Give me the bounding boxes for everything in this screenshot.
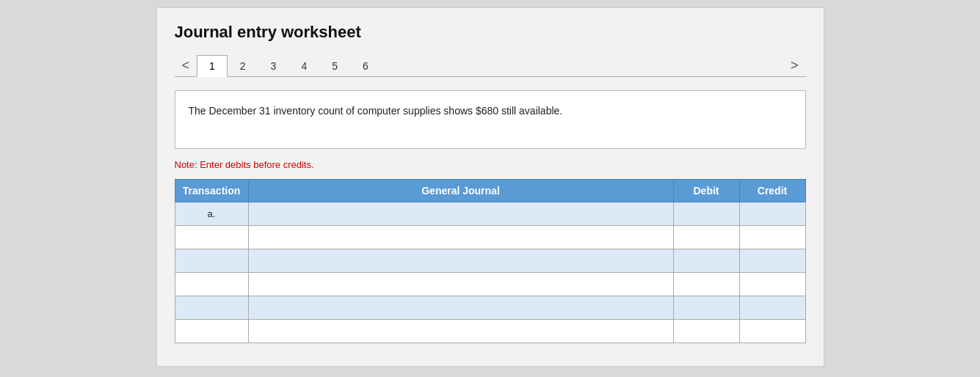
cell-general-journal-1[interactable] [248, 202, 673, 226]
cell-credit-6[interactable] [739, 320, 805, 343]
page-container: Journal entry worksheet < 1 2 3 4 5 6 > … [0, 0, 980, 377]
tab-4[interactable]: 4 [288, 55, 319, 77]
cell-transaction-2 [175, 226, 248, 249]
header-general-journal: General Journal [248, 180, 673, 202]
cell-credit-4[interactable] [739, 273, 805, 296]
cell-transaction-5 [175, 296, 248, 320]
table-row: a. [175, 202, 805, 226]
tab-1[interactable]: 1 [197, 55, 228, 77]
cell-general-journal-5[interactable] [248, 296, 673, 320]
input-general-journal-1[interactable] [255, 208, 667, 219]
tab-6[interactable]: 6 [350, 55, 381, 77]
input-credit-5[interactable] [746, 302, 799, 313]
input-debit-1[interactable] [680, 208, 733, 219]
cell-credit-1[interactable] [739, 202, 805, 226]
cell-transaction-1: a. [175, 202, 248, 226]
input-debit-6[interactable] [680, 326, 733, 337]
header-debit: Debit [673, 180, 739, 202]
tab-3[interactable]: 3 [258, 55, 289, 77]
tab-2[interactable]: 2 [228, 55, 258, 77]
table-row [175, 226, 805, 249]
cell-debit-5[interactable] [673, 296, 739, 320]
page-title: Journal entry worksheet [175, 23, 806, 42]
cell-credit-2[interactable] [739, 226, 805, 249]
input-debit-3[interactable] [680, 255, 733, 266]
cell-debit-6[interactable] [673, 320, 739, 343]
cell-debit-2[interactable] [673, 226, 739, 249]
worksheet-card: Journal entry worksheet < 1 2 3 4 5 6 > … [156, 7, 824, 367]
note-text: Note: Enter debits before credits. [175, 159, 806, 170]
tab-5[interactable]: 5 [319, 55, 350, 77]
table-header-row: Transaction General Journal Debit Credit [175, 180, 805, 202]
cell-general-journal-4[interactable] [248, 273, 673, 296]
journal-table: Transaction General Journal Debit Credit… [175, 179, 806, 343]
input-credit-2[interactable] [746, 232, 799, 243]
input-debit-5[interactable] [680, 302, 733, 313]
input-debit-2[interactable] [680, 232, 733, 243]
input-general-journal-5[interactable] [255, 302, 667, 313]
cell-general-journal-3[interactable] [248, 249, 673, 273]
header-transaction: Transaction [175, 180, 248, 202]
table-row [175, 249, 805, 273]
input-credit-3[interactable] [746, 255, 799, 266]
description-box: The December 31 inventory count of compu… [175, 90, 806, 149]
cell-debit-1[interactable] [673, 202, 739, 226]
cell-general-journal-6[interactable] [248, 320, 673, 343]
cell-credit-5[interactable] [739, 296, 805, 320]
next-arrow[interactable]: > [783, 55, 806, 76]
input-general-journal-2[interactable] [255, 232, 667, 243]
table-row [175, 320, 805, 343]
cell-general-journal-2[interactable] [248, 226, 673, 249]
input-debit-4[interactable] [680, 279, 733, 290]
table-row [175, 273, 805, 296]
cell-debit-4[interactable] [673, 273, 739, 296]
input-general-journal-3[interactable] [255, 255, 667, 266]
tab-navigation: < 1 2 3 4 5 6 > [175, 55, 806, 77]
header-credit: Credit [739, 180, 805, 202]
input-general-journal-6[interactable] [255, 326, 667, 337]
input-credit-1[interactable] [746, 208, 799, 219]
description-text: The December 31 inventory count of compu… [189, 105, 563, 117]
cell-transaction-6 [175, 320, 248, 343]
cell-transaction-3 [175, 249, 248, 273]
input-general-journal-4[interactable] [255, 279, 667, 290]
table-row [175, 296, 805, 320]
input-credit-6[interactable] [746, 326, 799, 337]
prev-arrow[interactable]: < [175, 55, 197, 76]
cell-credit-3[interactable] [739, 249, 805, 273]
input-credit-4[interactable] [746, 279, 799, 290]
cell-transaction-4 [175, 273, 248, 296]
cell-debit-3[interactable] [673, 249, 739, 273]
